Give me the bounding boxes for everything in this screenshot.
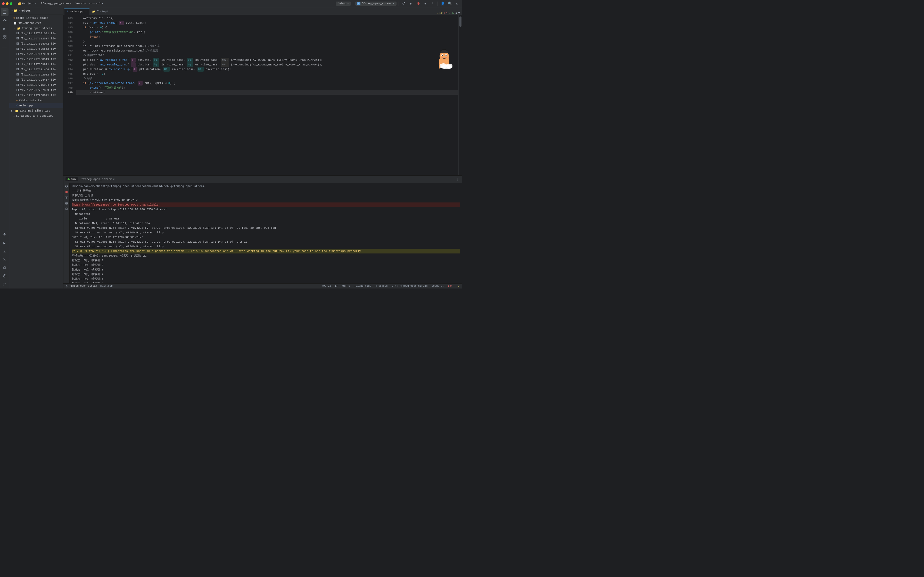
tree-item-flv1[interactable]: 🎞 flv_1711297601081.flv — [9, 31, 63, 36]
tab-main-cpp[interactable]: C main.cpp ✕ — [65, 8, 89, 15]
status-warnings[interactable]: ⚠ 0 — [455, 285, 460, 288]
tree-item-cmake-cache[interactable]: 📄 CMakeCache.txt — [9, 21, 63, 26]
status-branch[interactable]: ffmpeg_open_stream — [66, 285, 98, 287]
activity-terminal[interactable] — [1, 256, 8, 263]
run-tab[interactable]: Run — [66, 177, 78, 181]
status-line-sep[interactable]: LF — [334, 285, 339, 287]
activity-project[interactable] — [1, 8, 8, 16]
debug-chevron: ▼ — [347, 2, 349, 5]
more-button[interactable]: ⋮ — [430, 1, 435, 6]
filter-icon[interactable] — [64, 195, 69, 200]
tree-item-cmakelists[interactable]: ⚙ CMakeLists.txt — [9, 98, 63, 103]
status-clang[interactable]: .clang-tidy — [354, 285, 372, 287]
flv11-label: flv_1711297715924.flv — [20, 84, 56, 87]
coverage-button[interactable]: ☂ — [423, 1, 428, 6]
tab-flv2mp4[interactable]: 📁 flv2mp4 — [89, 8, 111, 15]
stop-icon[interactable] — [64, 190, 69, 194]
run-button[interactable]: ▶ — [408, 1, 414, 6]
run-tab-label: Run — [71, 178, 76, 181]
restart-icon[interactable] — [64, 184, 69, 189]
activity-run[interactable]: ▶ — [1, 25, 8, 32]
editor-content[interactable]: 483 484 485 486 487 488 489 490 491 492 … — [63, 15, 462, 175]
activity-notifications[interactable] — [1, 264, 8, 271]
code-line-492: pkt.pts = av_rescale_q_rnd( a: pkt.pts, … — [76, 58, 460, 62]
status-mode[interactable]: Debug... — [431, 285, 444, 287]
close-button[interactable] — [2, 2, 5, 5]
activity-warning[interactable]: ⚠ — [1, 247, 8, 255]
activity-commit[interactable] — [1, 16, 8, 24]
code-line-489: is = iCtx->streams[pkt.stream_index];//输… — [76, 44, 460, 48]
code-area[interactable]: AVStream *is, *os; ret = av_read_frame( … — [74, 15, 462, 175]
tree-item-flv8[interactable]: 🎞 flv_1711297681464.flv — [9, 67, 63, 72]
status-errors[interactable]: ✖ 0 — [447, 285, 452, 288]
external-libs-chevron: ▶ — [11, 110, 14, 112]
project-chevron: ▼ — [35, 2, 36, 5]
activity-settings[interactable]: ⚙ — [1, 230, 8, 238]
tree-item-flv12[interactable]: 🎞 flv_1711297727399.flv — [9, 88, 63, 93]
tree-item-folder-ffmpeg[interactable]: ▾ 📁 ffmpeg_open_stream — [9, 26, 63, 31]
status-path[interactable]: main.cpp — [100, 285, 113, 287]
trash-icon[interactable] — [64, 206, 69, 211]
activity-run2[interactable]: ▶ — [1, 239, 8, 247]
activity-learn[interactable]: ? — [1, 272, 8, 280]
tree-item-flv11[interactable]: 🎞 flv_1711297715924.flv — [9, 82, 63, 88]
tree-item-flv13[interactable]: 🎞 flv_1711297738871.flv — [9, 93, 63, 98]
status-position[interactable]: 499:22 — [321, 285, 331, 287]
tree-item-flv6[interactable]: 🎞 flv_1711297658519.flv — [9, 56, 63, 62]
settings-button[interactable]: ⚙ — [454, 1, 460, 6]
term-line-16: 包标志: P帧, 帧索引:3 — [72, 268, 460, 272]
scroll-thumb[interactable] — [459, 16, 462, 27]
flv5-icon: 🎞 — [16, 53, 19, 56]
flv13-icon: 🎞 — [16, 94, 19, 97]
tab-folder-icon: 📁 — [92, 10, 95, 13]
project-filename: ffmpeg_open_stream — [41, 2, 71, 5]
stop-svg — [65, 190, 68, 193]
search-button[interactable]: 🔍 — [447, 1, 453, 6]
run-process-close[interactable]: ✕ — [113, 178, 115, 181]
tree-item-flv7[interactable]: 🎞 flv_1711297669991.flv — [9, 62, 63, 67]
tree-item-main-cpp[interactable]: C main.cpp — [9, 103, 63, 108]
editor-container: 483 484 485 486 487 488 489 490 491 492 … — [63, 15, 462, 283]
config-selector[interactable]: C ffmpeg_open_stream ▼ — [355, 2, 396, 6]
activity-git-branches[interactable] — [1, 280, 8, 288]
minimize-button[interactable] — [6, 2, 8, 5]
svg-point-8 — [4, 19, 5, 21]
activity-plugins[interactable] — [1, 33, 8, 41]
print-icon[interactable] — [64, 201, 69, 206]
print-svg — [65, 202, 68, 205]
chevron-up[interactable]: ▲ — [456, 11, 457, 15]
code-line-484: ret = av_read_frame( s: iCtx, &pkt); — [76, 21, 460, 25]
bottom-more[interactable]: ⋮ — [454, 176, 460, 182]
debug-selector[interactable]: Debug ▼ — [336, 2, 351, 6]
profile-button[interactable]: 👤 — [440, 1, 446, 6]
tree-item-cmake-install[interactable]: ⚙ cmake_install.cmake — [9, 15, 63, 21]
code-line-497: if (av_interleaved_write_frame( s: oCtx,… — [76, 81, 460, 85]
maximize-button[interactable] — [10, 2, 12, 5]
tree-item-flv2[interactable]: 🎞 flv_1711297612587.flv — [9, 36, 63, 41]
debug-button[interactable] — [415, 1, 421, 6]
terminal-output[interactable]: /Users/hackerx/Desktop/ffmpeg_open_strea… — [69, 183, 462, 283]
tree-item-flv4[interactable]: 🎞 flv_1711297635552.flv — [9, 47, 63, 52]
vcs-selector[interactable]: Version control ▼ — [73, 2, 105, 6]
tree-item-flv5[interactable]: 🎞 flv_1711297647039.flv — [9, 52, 63, 56]
tab-main-cpp-label: main.cpp — [70, 10, 84, 13]
external-libs-icon: 📁 — [15, 109, 19, 113]
build-button[interactable] — [401, 1, 407, 6]
bottom-actions — [63, 183, 69, 283]
tab-main-cpp-close[interactable]: ✕ — [85, 10, 87, 13]
chevron-down[interactable]: ▼ — [458, 11, 460, 15]
warning-count-badge: ⚠ — [437, 11, 439, 15]
status-encoding[interactable]: UTF-8 — [342, 285, 351, 287]
ok-count-badge: ✓ — [449, 11, 451, 15]
status-indent[interactable]: 4 spaces — [375, 285, 388, 287]
editor-scrollbar[interactable] — [459, 15, 462, 175]
tree-item-flv9[interactable]: 🎞 flv_1711297692932.flv — [9, 72, 63, 77]
tree-item-scratches[interactable]: ✏ Scratches and Consoles — [9, 113, 63, 118]
tree-item-flv10[interactable]: 🎞 flv_1711297704467.flv — [9, 77, 63, 82]
tree-item-external-libs[interactable]: ▶ 📁 External Libraries — [9, 108, 63, 113]
config-icon: C — [357, 2, 360, 5]
run-process-tab[interactable]: ffmpeg_open_stream ✕ — [79, 177, 116, 181]
project-selector[interactable]: Project ▼ — [16, 1, 39, 6]
tree-item-flv3[interactable]: 🎞 flv_1711297624072.flv — [9, 41, 63, 47]
status-language[interactable]: C++: ffmpeg_open_stream — [391, 285, 428, 287]
